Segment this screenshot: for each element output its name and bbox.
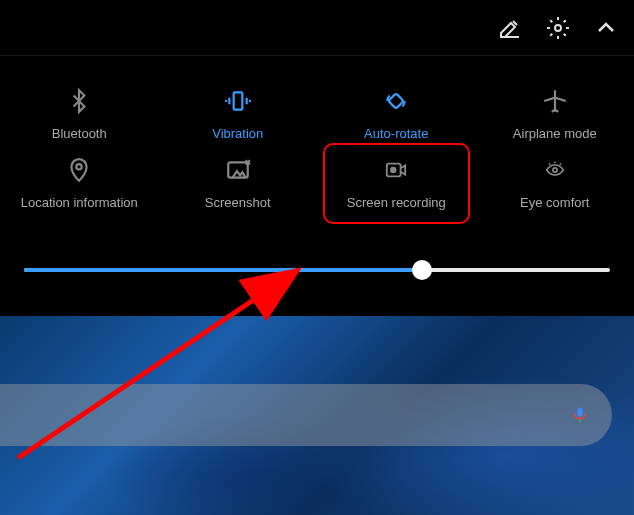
screenrecord-icon: [383, 157, 409, 183]
tile-label: Vibration: [212, 126, 263, 141]
chevron-up-icon[interactable]: [594, 16, 618, 40]
slider-track: [24, 268, 610, 272]
notification-panel: Bluetooth Vibration Auto-: [0, 0, 634, 286]
panel-top-bar: [0, 0, 634, 56]
svg-point-13: [391, 168, 396, 173]
svg-line-15: [549, 163, 550, 165]
slider-thumb[interactable]: [412, 260, 432, 280]
tile-eyecomfort[interactable]: Eye comfort: [476, 149, 635, 218]
svg-rect-7: [389, 93, 404, 108]
tile-label: Bluetooth: [52, 126, 107, 141]
tile-label: Screenshot: [205, 195, 271, 210]
eyecomfort-icon: [542, 157, 568, 183]
svg-point-8: [77, 164, 82, 169]
tile-vibration[interactable]: Vibration: [159, 80, 318, 149]
slider-fill: [24, 268, 422, 272]
tile-label: Eye comfort: [520, 195, 589, 210]
svg-line-17: [560, 163, 561, 165]
tile-label: Screen recording: [347, 195, 446, 210]
svg-point-1: [555, 25, 561, 31]
autorotate-icon: [383, 88, 409, 114]
svg-rect-18: [578, 408, 583, 417]
tile-label: Airplane mode: [513, 126, 597, 141]
tile-label: Location information: [21, 195, 138, 210]
vibration-icon: [225, 88, 251, 114]
bluetooth-icon: [66, 88, 92, 114]
tile-location[interactable]: Location information: [0, 149, 159, 218]
tile-label: Auto-rotate: [364, 126, 428, 141]
screenshot-icon: [225, 157, 251, 183]
edit-icon[interactable]: [498, 16, 522, 40]
annotation-highlight: [323, 143, 470, 224]
brightness-slider[interactable]: [0, 238, 634, 286]
airplane-icon: [542, 88, 568, 114]
gear-icon[interactable]: [546, 16, 570, 40]
tile-screenshot[interactable]: Screenshot: [159, 149, 318, 218]
tile-screenrecord[interactable]: Screen recording: [317, 149, 476, 218]
tile-bluetooth[interactable]: Bluetooth: [0, 80, 159, 149]
tile-autorotate[interactable]: Auto-rotate: [317, 80, 476, 149]
home-screen-background: [0, 316, 634, 515]
search-bar[interactable]: [0, 384, 612, 446]
quick-settings-grid: Bluetooth Vibration Auto-: [0, 56, 634, 238]
svg-rect-2: [233, 92, 242, 109]
location-icon: [66, 157, 92, 183]
microphone-icon[interactable]: [570, 405, 590, 425]
svg-point-14: [553, 168, 557, 172]
tile-airplane[interactable]: Airplane mode: [476, 80, 635, 149]
